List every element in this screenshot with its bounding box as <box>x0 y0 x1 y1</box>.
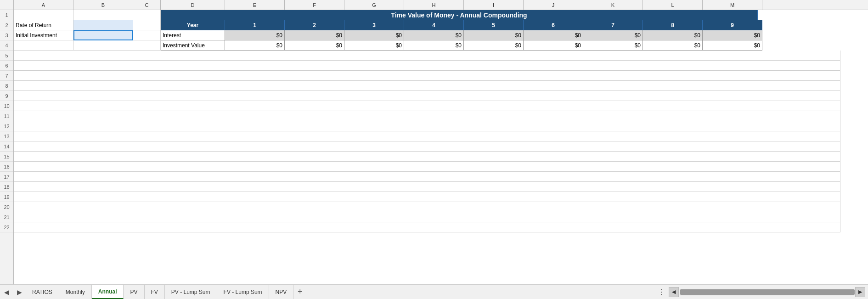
col-header-a[interactable]: A <box>14 0 73 10</box>
cell-a1[interactable] <box>14 10 73 20</box>
tab-annual-label: Annual <box>98 288 117 295</box>
col-header-d[interactable]: D <box>161 0 225 10</box>
cell-row15[interactable] <box>14 152 840 162</box>
cell-inv-val-5[interactable]: $0 <box>464 40 524 51</box>
tab-npv[interactable]: NPV <box>269 285 294 299</box>
cell-interest-3[interactable]: $0 <box>344 30 404 40</box>
cell-year-7: 7 <box>583 20 643 30</box>
tab-ratios[interactable]: RATIOS <box>26 285 59 299</box>
row-num-8: 8 <box>0 81 13 91</box>
tab-prev-button[interactable]: ◀ <box>0 285 13 299</box>
context-menu-icon[interactable]: ⋮ <box>656 288 667 296</box>
cell-row9[interactable] <box>14 91 840 101</box>
grid-row-5 <box>14 51 868 61</box>
row-num-7: 7 <box>0 71 13 81</box>
cell-interest-8[interactable]: $0 <box>643 30 703 40</box>
col-header-h[interactable]: H <box>404 0 464 10</box>
cell-row7[interactable] <box>14 71 840 81</box>
col-header-e[interactable]: E <box>225 0 285 10</box>
cell-year-5: 5 <box>464 20 524 30</box>
tab-monthly[interactable]: Monthly <box>59 285 92 299</box>
cell-interest-6[interactable]: $0 <box>524 30 583 40</box>
row-num-11: 11 <box>0 111 13 121</box>
cell-inv-val-2[interactable]: $0 <box>285 40 344 51</box>
cell-row17[interactable] <box>14 172 840 182</box>
grid-row-17 <box>14 172 868 182</box>
row-num-14: 14 <box>0 141 13 152</box>
scroll-right-arrow[interactable]: ▶ <box>855 287 865 297</box>
cell-inv-val-7[interactable]: $0 <box>583 40 643 51</box>
tab-npv-label: NPV <box>276 289 287 295</box>
col-header-l[interactable]: L <box>643 0 703 10</box>
col-header-c[interactable]: C <box>133 0 161 10</box>
cell-interest-2[interactable]: $0 <box>285 30 344 40</box>
row-num-1: 1 <box>0 10 13 20</box>
cell-rate-of-return-input[interactable] <box>73 20 133 30</box>
tab-fv-label: FV <box>151 289 158 295</box>
col-header-i[interactable]: I <box>464 0 524 10</box>
cell-row22[interactable] <box>14 222 840 232</box>
col-header-f[interactable]: F <box>285 0 344 10</box>
col-header-k[interactable]: K <box>583 0 643 10</box>
col-header-b[interactable]: B <box>73 0 133 10</box>
cell-row13[interactable] <box>14 131 840 141</box>
cell-interest-1[interactable]: $0 <box>225 30 285 40</box>
cell-year-8: 8 <box>643 20 703 30</box>
scroll-track[interactable] <box>680 289 854 295</box>
cell-row8[interactable] <box>14 81 840 91</box>
cell-inv-val-6[interactable]: $0 <box>524 40 583 51</box>
tab-next-button[interactable]: ▶ <box>13 285 26 299</box>
cell-inv-val-8[interactable]: $0 <box>643 40 703 51</box>
tab-pv-lump-sum[interactable]: PV - Lump Sum <box>165 285 217 299</box>
tab-pv[interactable]: PV <box>124 285 144 299</box>
cell-inv-val-1[interactable]: $0 <box>225 40 285 51</box>
cell-row6[interactable] <box>14 61 840 71</box>
cell-row16[interactable] <box>14 162 840 172</box>
grid-row-11 <box>14 111 868 121</box>
cell-row20[interactable] <box>14 202 840 212</box>
tab-fv-lump-sum[interactable]: FV - Lump Sum <box>217 285 269 299</box>
tab-annual[interactable]: Annual <box>92 285 124 299</box>
col-header-m[interactable]: M <box>703 0 762 10</box>
cell-interest-7[interactable]: $0 <box>583 30 643 40</box>
cell-row12[interactable] <box>14 121 840 131</box>
grid-row-2: Rate of Return Year 1 2 3 4 5 6 7 8 9 <box>14 20 868 30</box>
cell-year-9: 9 <box>703 20 762 30</box>
tab-fv[interactable]: FV <box>145 285 165 299</box>
grid-row-22 <box>14 222 868 232</box>
add-sheet-button[interactable]: + <box>293 285 306 299</box>
cell-year-label: Year <box>161 20 225 30</box>
col-header-j[interactable]: J <box>524 0 583 10</box>
cell-initial-investment-input[interactable] <box>73 30 133 40</box>
cell-row18[interactable] <box>14 182 840 192</box>
cell-row19[interactable] <box>14 192 840 202</box>
cell-c3[interactable] <box>133 30 161 40</box>
cell-row21[interactable] <box>14 212 840 222</box>
cell-interest-4[interactable]: $0 <box>404 30 464 40</box>
cell-c1[interactable] <box>133 10 161 20</box>
grid-row-4: Investment Value $0 $0 $0 $0 $0 $0 $0 $0… <box>14 40 868 51</box>
cell-c2[interactable] <box>133 20 161 30</box>
cell-interest-5[interactable]: $0 <box>464 30 524 40</box>
cell-inv-val-9[interactable]: $0 <box>703 40 762 51</box>
table-title: Time Value of Money - Annual Compounding <box>161 10 758 20</box>
grid-row-14 <box>14 141 868 152</box>
cell-row14[interactable] <box>14 141 840 152</box>
cell-b1[interactable] <box>73 10 133 20</box>
col-header-g[interactable]: G <box>344 0 404 10</box>
row-num-15: 15 <box>0 152 13 162</box>
grid-row-16 <box>14 162 868 172</box>
scroll-left-arrow[interactable]: ◀ <box>669 287 679 297</box>
cell-year-1: 1 <box>225 20 285 30</box>
grid-row-7 <box>14 71 868 81</box>
cell-a4[interactable] <box>14 40 73 51</box>
cell-interest-9[interactable]: $0 <box>703 30 762 40</box>
cell-row11[interactable] <box>14 111 840 121</box>
cell-row10[interactable] <box>14 101 840 111</box>
tab-ratios-label: RATIOS <box>32 289 52 295</box>
cell-c4[interactable] <box>133 40 161 51</box>
cell-row5[interactable] <box>14 51 840 61</box>
cell-b4[interactable] <box>73 40 133 51</box>
cell-inv-val-3[interactable]: $0 <box>344 40 404 51</box>
cell-inv-val-4[interactable]: $0 <box>404 40 464 51</box>
